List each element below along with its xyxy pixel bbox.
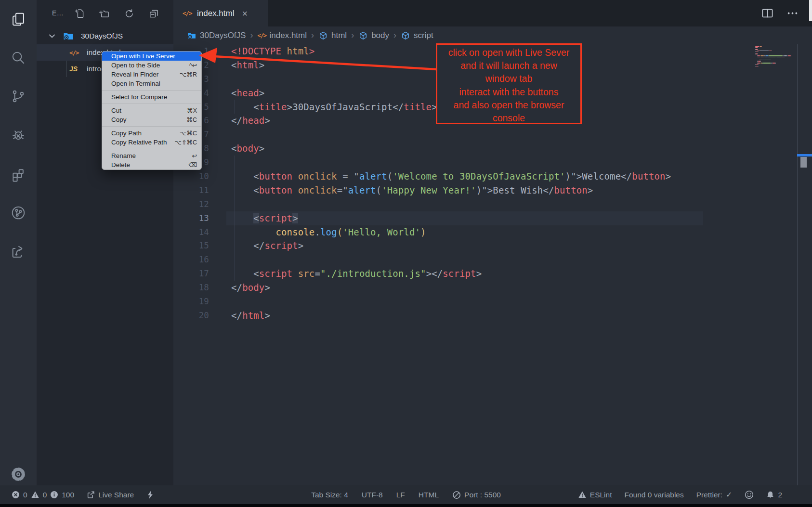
- tab-bar: </> index.html ×: [173, 0, 812, 26]
- activity-bar: [0, 0, 37, 485]
- code-line[interactable]: 10 <button onclick = "alert('Welcome to …: [173, 169, 812, 183]
- extensions-icon[interactable]: [10, 166, 26, 182]
- search-icon[interactable]: [10, 50, 26, 66]
- vscode-window: E… 30DaysOfJS </> index.html: [0, 0, 812, 507]
- context-menu-item[interactable]: Open to the Side^↩: [102, 61, 201, 70]
- context-menu-item[interactable]: Copy Relative Path⌥⇧⌘C: [102, 138, 201, 147]
- menu-separator: [102, 149, 201, 149]
- code-line[interactable]: 17 <script src="./introduction.js"></scr…: [173, 267, 812, 281]
- line-number: 12: [173, 197, 209, 211]
- code-line[interactable]: 15 </script>: [173, 239, 812, 253]
- code-line[interactable]: 9: [173, 156, 812, 169]
- port-icon: [452, 491, 461, 499]
- port-status[interactable]: Port : 5500: [452, 491, 501, 499]
- collapse-all-icon[interactable]: [147, 7, 160, 20]
- html-file-icon: </>: [69, 49, 79, 56]
- context-menu-item[interactable]: Delete⌫: [102, 160, 201, 169]
- code-line[interactable]: 7: [173, 128, 812, 142]
- code-line[interactable]: 11 <button onclick="alert('Happy New Yea…: [173, 183, 812, 197]
- encoding-status[interactable]: UTF-8: [362, 491, 383, 499]
- explorer-icon[interactable]: [10, 11, 26, 27]
- chevron-down-icon[interactable]: [48, 32, 56, 40]
- code-line[interactable]: 12: [173, 197, 812, 211]
- annotation-line: window tab: [437, 72, 580, 85]
- breadcrumb-html[interactable]: html: [318, 31, 347, 40]
- annotation-line: and also open the browser: [437, 99, 580, 112]
- annotation-line: console: [437, 112, 580, 125]
- folder-row-30daysofjs[interactable]: 30DaysOfJS: [37, 28, 173, 44]
- bolt-icon[interactable]: [146, 490, 154, 499]
- indent-guide: [235, 156, 235, 281]
- tab-index-html[interactable]: </> index.html ×: [173, 0, 268, 26]
- indent-guide: [235, 100, 235, 114]
- refresh-icon[interactable]: [123, 7, 135, 20]
- minimap[interactable]: [755, 46, 799, 69]
- folder-label: 30DaysOfJS: [81, 32, 123, 40]
- live-share-icon[interactable]: [10, 243, 26, 260]
- context-menu-item[interactable]: Open with Live Server: [102, 52, 201, 61]
- prettier-status[interactable]: Prettier: ✓: [696, 490, 733, 499]
- line-number: 17: [173, 267, 209, 281]
- folder-icon: [63, 30, 74, 42]
- menu-separator: [102, 90, 201, 91]
- language-status[interactable]: HTML: [419, 491, 439, 499]
- context-menu-item[interactable]: Select for Compare: [102, 92, 201, 102]
- breadcrumb-folder[interactable]: 30DaysOfJS: [187, 31, 246, 40]
- code-line[interactable]: 8<body>: [173, 142, 812, 156]
- gitlens-icon[interactable]: [10, 205, 26, 221]
- settings-gear-icon[interactable]: [10, 466, 26, 482]
- breadcrumb-file[interactable]: </> index.html: [257, 31, 307, 40]
- context-menu-item[interactable]: Rename↩: [102, 151, 201, 160]
- overview-ruler-marker: [797, 154, 812, 156]
- tab-label: index.html: [197, 9, 234, 18]
- line-number: 19: [173, 295, 209, 309]
- close-tab-icon[interactable]: ×: [242, 9, 248, 18]
- line-number: 14: [173, 225, 209, 239]
- eol-status[interactable]: LF: [396, 491, 405, 499]
- context-menu-item[interactable]: Open in Terminal: [102, 79, 201, 88]
- scrollbar-thumb[interactable]: [800, 157, 807, 168]
- new-folder-icon[interactable]: [98, 7, 110, 20]
- annotation-line: interact with the buttons: [437, 86, 580, 99]
- folder-icon: [187, 31, 196, 40]
- menu-separator: [102, 104, 201, 104]
- code-line[interactable]: 20</html>: [173, 309, 812, 323]
- context-menu-item[interactable]: Copy⌘C: [102, 115, 201, 124]
- window-bottom-edge: [0, 504, 812, 507]
- problems-indicator[interactable]: 0 0 100: [12, 491, 74, 499]
- code-line[interactable]: 18</body>: [173, 281, 812, 295]
- notifications-bell[interactable]: 2: [766, 491, 782, 499]
- line-number: 15: [173, 239, 209, 253]
- annotation-line: and it will launch a new: [437, 59, 580, 72]
- eslint-status[interactable]: ESLint: [578, 491, 612, 499]
- breadcrumb-separator: ›: [351, 30, 354, 40]
- live-share-status[interactable]: Live Share: [87, 491, 134, 499]
- breadcrumb-separator: ›: [311, 30, 314, 40]
- line-number: 11: [173, 183, 209, 197]
- context-menu-item[interactable]: Cut⌘X: [102, 106, 201, 115]
- annotation-box: click on open with Live Sever and it wil…: [436, 43, 582, 124]
- symbol-cube-icon: [401, 31, 410, 40]
- new-file-icon[interactable]: [73, 7, 86, 20]
- code-line[interactable]: 13 <script>: [173, 211, 812, 225]
- context-menu-item[interactable]: Copy Path⌥⌘C: [102, 129, 201, 138]
- code-line[interactable]: 16: [173, 253, 812, 267]
- warning-icon: [31, 491, 39, 499]
- split-editor-icon[interactable]: [761, 7, 774, 20]
- tab-size-status[interactable]: Tab Size: 4: [311, 491, 348, 499]
- feedback-smiley-icon[interactable]: [745, 490, 754, 499]
- breadcrumb-separator: ›: [250, 30, 253, 40]
- symbol-cube-icon: [358, 31, 368, 40]
- variables-status[interactable]: Found 0 variables: [624, 491, 683, 499]
- source-control-icon[interactable]: [10, 88, 26, 104]
- code-line[interactable]: 19: [173, 295, 812, 309]
- context-menu-item[interactable]: Reveal in Finder⌥⌘R: [102, 70, 201, 79]
- more-actions-icon[interactable]: [786, 7, 799, 20]
- breadcrumb-body[interactable]: body: [358, 31, 389, 40]
- window-edge-sliver: [809, 0, 812, 21]
- annotation-line: click on open with Live Sever: [437, 46, 580, 59]
- html-file-icon: </>: [257, 32, 266, 39]
- run-debug-icon[interactable]: [10, 127, 26, 143]
- breadcrumb-script[interactable]: script: [401, 31, 433, 40]
- code-line[interactable]: 14 console.log('Hello, World'): [173, 225, 812, 239]
